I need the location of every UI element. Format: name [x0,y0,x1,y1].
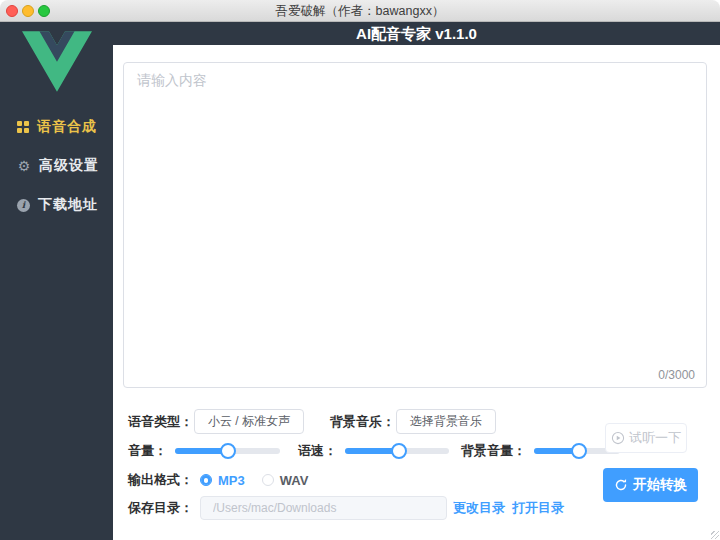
vue-logo-icon [22,31,92,92]
speed-slider-handle[interactable] [391,443,407,459]
grid-icon [17,121,29,133]
output-format-row: 输出格式： MP3 WAV [128,471,308,489]
sidebar-menu: 语音合成 ⚙ 高级设置 i 下载地址 [0,115,113,217]
speed-label: 语速： [298,442,337,460]
bg-volume-slider-handle[interactable] [571,443,587,459]
titlebar[interactable]: 吾爱破解（作者：bawangxx） [0,0,720,22]
convert-button-label: 开始转换 [633,476,687,494]
info-icon: i [17,199,30,212]
save-dir-row: 保存目录： 更改目录 打开目录 [128,496,564,520]
radio-mp3[interactable] [200,474,212,486]
bg-volume-label: 背景音量： [461,442,526,460]
gear-icon: ⚙ [17,159,31,173]
app-window: 吾爱破解（作者：bawangxx） AI配音专家 v1.1.0 语音合成 ⚙ 高… [0,0,720,540]
sidebar-item-label: 语音合成 [37,118,97,136]
save-dir-input[interactable] [200,496,447,520]
output-format-label: 输出格式： [128,471,193,489]
open-dir-link[interactable]: 打开目录 [512,499,564,517]
content-editor: 0/3000 [123,62,707,388]
app-title: AI配音专家 v1.1.0 [113,22,720,45]
resize-grip[interactable] [711,531,719,539]
bg-music-button[interactable]: 选择背景音乐 [396,409,496,434]
sidebar-item-voice-synthesis[interactable]: 语音合成 [0,115,113,139]
bg-music-label: 背景音乐： [330,413,395,431]
char-counter: 0/3000 [656,368,697,382]
change-dir-link[interactable]: 更改目录 [453,499,505,517]
sidebar-item-download-address[interactable]: i 下载地址 [0,193,113,217]
refresh-icon [614,478,628,492]
content-input[interactable] [123,62,707,388]
speed-slider[interactable] [345,443,449,459]
window-title: 吾爱破解（作者：bawangxx） [0,0,720,22]
sliders-row: 音量： 语速： 背景音量： [128,442,620,460]
save-dir-label: 保存目录： [128,499,193,517]
voice-type-label: 语音类型： [128,413,193,431]
volume-label: 音量： [128,442,167,460]
main-panel: 0/3000 语音类型： 小云 / 标准女声 背景音乐： 选择背景音乐 音量： … [113,45,720,540]
voice-type-button[interactable]: 小云 / 标准女声 [194,409,304,434]
radio-mp3-label[interactable]: MP3 [218,473,245,488]
play-icon [611,431,625,445]
preview-button-label: 试听一下 [629,429,681,447]
preview-button[interactable]: 试听一下 [605,423,687,453]
sidebar-item-label: 高级设置 [39,157,99,175]
volume-slider-handle[interactable] [220,443,236,459]
volume-slider[interactable] [175,443,280,459]
sidebar-item-advanced-settings[interactable]: ⚙ 高级设置 [0,154,113,178]
radio-wav-label[interactable]: WAV [280,473,309,488]
voice-type-row: 语音类型： 小云 / 标准女声 背景音乐： 选择背景音乐 [128,409,496,434]
sidebar: 语音合成 ⚙ 高级设置 i 下载地址 [0,22,113,540]
sidebar-item-label: 下载地址 [38,196,98,214]
convert-button[interactable]: 开始转换 [603,468,698,502]
radio-wav[interactable] [262,474,274,486]
